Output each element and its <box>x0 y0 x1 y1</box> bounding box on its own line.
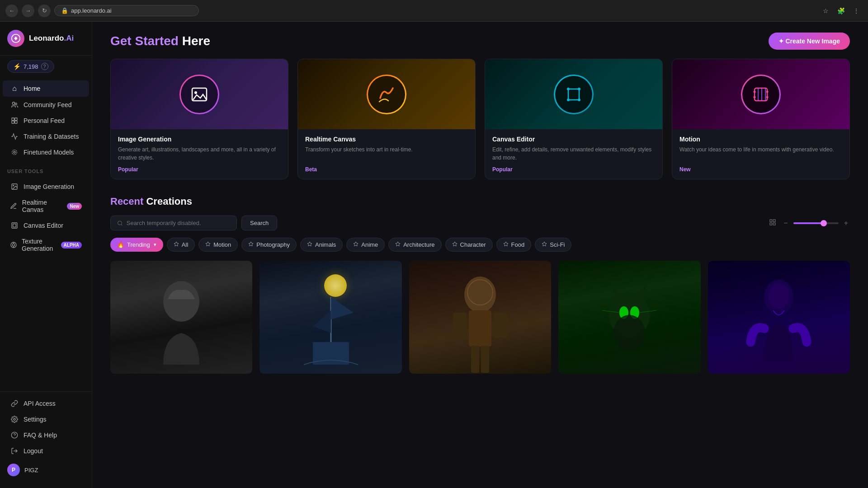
svg-point-34 <box>766 90 769 93</box>
user-row[interactable]: P PIGZ <box>0 459 92 481</box>
svg-point-7 <box>14 151 15 153</box>
filter-trending[interactable]: 🔥 Trending ▾ <box>110 238 163 252</box>
svg-marker-49 <box>504 242 508 246</box>
sidebar-item-canvas-editor[interactable]: Canvas Editor <box>3 218 89 233</box>
filter-all[interactable]: All <box>167 238 195 252</box>
browser-actions: ☆ 🧩 ⋮ <box>819 5 863 17</box>
sidebar-item-community-feed[interactable]: Community Feed <box>3 97 89 113</box>
svg-point-36 <box>118 221 122 225</box>
search-button[interactable]: Search <box>241 216 277 230</box>
new-badge: New <box>67 203 82 210</box>
star-button[interactable]: ☆ <box>819 5 832 17</box>
canvas-editor-icon <box>10 222 19 229</box>
realtime-canvas-icon <box>10 202 18 210</box>
logo-text: Leonardo.Ai <box>29 34 74 43</box>
card-desc-image-gen: Generate art, illustrations, landscapes … <box>118 145 281 162</box>
trending-tag-icon: 🔥 <box>117 241 124 248</box>
grid-image-cat[interactable] <box>558 261 700 374</box>
svg-rect-39 <box>774 220 776 222</box>
grid-image-woman[interactable] <box>708 261 850 374</box>
browser-chrome: ← → ↻ 🔒 app.leonardo.ai ☆ 🧩 ⋮ <box>0 0 868 22</box>
sidebar-item-faq[interactable]: FAQ & Help <box>3 427 89 443</box>
card-badge-motion: New <box>679 166 842 173</box>
sidebar-item-personal-feed[interactable]: Personal Feed <box>3 113 89 128</box>
grid-image-ship[interactable] <box>259 261 401 374</box>
sidebar-item-training[interactable]: Training & Datasets <box>3 129 89 144</box>
zoom-in-button[interactable]: + <box>842 217 850 229</box>
grid-image-skeleton-inner <box>409 261 551 374</box>
filter-food[interactable]: Food <box>496 238 532 252</box>
sidebar-item-texture-gen[interactable]: Texture Generation ALPHA <box>3 234 89 256</box>
card-badge-canvas: Popular <box>492 166 655 173</box>
avatar: P <box>7 464 20 476</box>
card-icon-circle-canvas <box>554 75 594 114</box>
svg-marker-48 <box>453 242 457 246</box>
svg-point-24 <box>567 88 570 90</box>
feature-card-realtime-canvas[interactable]: Realtime Canvas Transform your sketches … <box>297 59 476 179</box>
sidebar-item-image-gen-label: Image Generation <box>24 183 74 190</box>
back-button[interactable]: ← <box>5 5 18 17</box>
sidebar-bottom: API Access Settings <box>0 391 92 481</box>
feature-card-motion[interactable]: Motion Watch your ideas come to life in … <box>672 59 850 179</box>
sidebar-item-logout[interactable]: Logout <box>3 443 89 459</box>
sidebar-item-community-label: Community Feed <box>24 101 72 108</box>
card-body-canvas: Canvas Editor Edit, refine, add details,… <box>485 129 662 179</box>
filter-anime[interactable]: Anime <box>346 238 385 252</box>
search-input[interactable] <box>127 220 230 226</box>
sidebar-item-realtime-canvas[interactable]: Realtime Canvas New <box>3 195 89 217</box>
sidebar-item-finetuned[interactable]: Finetuned Models <box>3 145 89 160</box>
svg-point-2 <box>15 103 17 105</box>
address-bar[interactable]: 🔒 app.leonardo.ai <box>54 5 199 16</box>
recent-title-main: Creations <box>143 196 192 207</box>
feature-card-canvas-editor[interactable]: Canvas Editor Edit, refine, add details,… <box>485 59 663 179</box>
trending-label: Trending <box>127 241 150 248</box>
page-title-accent: Get Started <box>110 34 179 48</box>
architecture-tag-icon <box>395 241 401 248</box>
feature-card-image-gen[interactable]: Image Generation Generate art, illustrat… <box>110 59 288 179</box>
filter-character[interactable]: Character <box>445 238 493 252</box>
help-icon[interactable]: ? <box>41 63 48 70</box>
filter-motion[interactable]: Motion <box>198 238 238 252</box>
all-label: All <box>182 241 188 248</box>
token-count: 7,198 <box>24 63 38 70</box>
zoom-out-button[interactable]: − <box>782 217 789 229</box>
sidebar-item-api[interactable]: API Access <box>3 396 89 411</box>
filter-animals[interactable]: Animals <box>300 238 343 252</box>
svg-marker-54 <box>331 297 354 319</box>
svg-point-27 <box>578 99 580 101</box>
filter-architecture[interactable]: Architecture <box>388 238 441 252</box>
card-icon-circle-motion <box>741 75 781 114</box>
grid-view-button[interactable] <box>767 217 778 230</box>
community-icon <box>10 101 19 108</box>
svg-point-25 <box>578 88 580 90</box>
extensions-button[interactable]: 🧩 <box>835 5 847 17</box>
svg-rect-6 <box>15 121 17 123</box>
logo-section: Leonardo.Ai <box>0 22 92 56</box>
api-icon <box>10 400 19 407</box>
menu-button[interactable]: ⋮ <box>850 5 863 17</box>
zoom-slider[interactable] <box>793 222 839 224</box>
sidebar-item-settings[interactable]: Settings <box>3 412 89 427</box>
filter-photography[interactable]: Photography <box>241 238 297 252</box>
card-title-canvas: Canvas Editor <box>492 136 655 143</box>
refresh-button[interactable]: ↻ <box>38 5 51 17</box>
view-controls: − + <box>767 217 850 230</box>
card-title-realtime: Realtime Canvas <box>305 136 468 143</box>
recent-title-accent: Recent <box>110 196 143 207</box>
sidebar-item-texture-label: Texture Generation <box>22 238 57 252</box>
card-desc-realtime: Transform your sketches into art in real… <box>305 145 468 162</box>
sidebar-item-personal-label: Personal Feed <box>24 117 65 124</box>
grid-image-bw[interactable] <box>110 261 252 374</box>
trending-arrow-icon: ▾ <box>154 242 156 248</box>
search-row: Search − + <box>110 216 850 230</box>
filter-scifi[interactable]: Sci-Fi <box>535 238 571 252</box>
forward-button[interactable]: → <box>22 5 34 17</box>
search-input-wrap <box>110 216 237 230</box>
logout-icon <box>10 447 19 455</box>
grid-image-skeleton[interactable] <box>409 261 551 374</box>
create-new-image-button[interactable]: ✦ Create New Image <box>769 33 850 50</box>
sidebar-item-image-gen[interactable]: Image Generation <box>3 179 89 194</box>
sidebar-item-home[interactable]: ⌂ Home <box>3 80 89 97</box>
sidebar-item-finetuned-label: Finetuned Models <box>24 149 74 156</box>
recent-section: Recent Creations Search <box>92 196 868 374</box>
